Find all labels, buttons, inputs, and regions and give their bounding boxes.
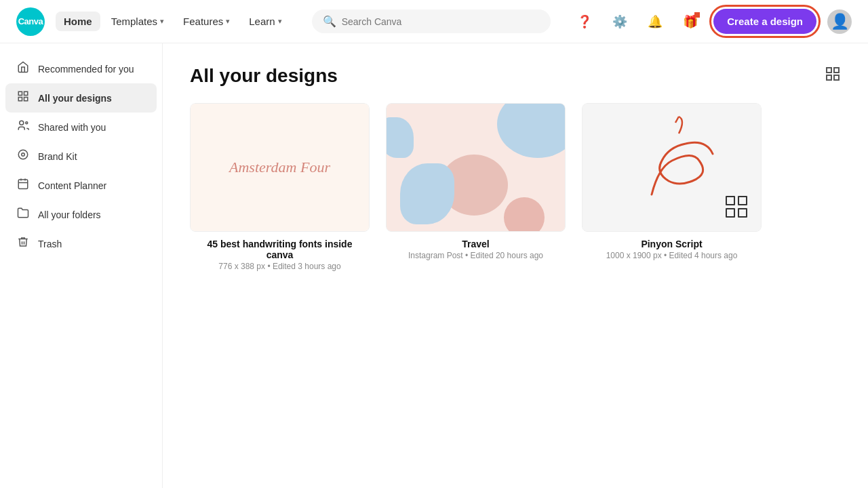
nav-links: Home Templates ▾ Features ▾ Learn ▾ [56,12,290,31]
pinyon-grid-icon [726,196,747,218]
templates-chevron-icon: ▾ [160,17,164,26]
svg-point-7 [18,150,28,159]
blob3 [504,197,545,231]
card-meta-pinyon: 1000 x 1900 px • Edited 4 hours ago [585,251,759,260]
create-design-button[interactable]: Create a design [713,9,816,34]
card-title-pinyon: Pinyon Script [585,239,759,249]
nav-templates[interactable]: Templates ▾ [103,12,172,31]
card-info-pinyon: Pinyon Script 1000 x 1900 px • Edited 4 … [582,232,762,263]
svg-rect-12 [827,68,831,73]
canva-logo[interactable]: Canva [16,7,45,36]
blob1 [497,104,565,158]
home-icon [16,61,30,77]
card-title-amsterdam: 45 best handwriting fonts inside canva [193,239,367,260]
sidebar-item-recommended[interactable]: Recommended for you [5,54,157,83]
navbar: Canva Home Templates ▾ Features ▾ Learn … [0,0,868,43]
svg-rect-13 [834,68,839,73]
bell-icon: 🔔 [648,14,663,29]
blob4 [387,117,414,158]
calendar-icon [16,178,30,193]
sidebar-item-content-planner[interactable]: Content Planner [5,171,157,200]
nav-actions: ❓ ⚙️ 🔔 🎁 Create a design 👤 [572,9,852,34]
svg-point-5 [26,122,28,124]
nav-features[interactable]: Features ▾ [175,12,238,31]
create-button-wrapper: Create a design [713,9,816,34]
sidebar-label-brand: Brand Kit [38,151,77,162]
sidebar: Recommended for you All your designs Sha… [0,43,163,488]
svg-point-6 [22,153,25,157]
svg-rect-8 [18,180,28,189]
search-bar: 🔍 [312,9,551,33]
nav-learn[interactable]: Learn ▾ [241,12,290,31]
blob2 [400,163,454,224]
search-icon: 🔍 [323,15,336,28]
sidebar-label-recommended: Recommended for you [38,64,134,75]
sidebar-item-trash[interactable]: Trash [5,229,157,258]
design-card-travel[interactable]: Travel Instagram Post • Edited 20 hours … [386,103,566,274]
pinyon-decoration [611,113,733,222]
grid-icon [16,90,30,106]
sidebar-item-shared[interactable]: Shared with you [5,113,157,142]
avatar-image: 👤 [831,13,849,30]
design-card-amsterdam[interactable]: Amsterdam Four 45 best handwriting fonts… [190,103,370,274]
grid-view-icon [825,66,841,82]
sidebar-label-shared: Shared with you [38,122,106,133]
card-thumbnail-pinyon [582,103,762,232]
gift-badge [694,12,700,18]
gift-button[interactable]: 🎁 [678,9,703,34]
sidebar-item-all-designs[interactable]: All your designs [5,83,157,113]
designs-grid: Amsterdam Four 45 best handwriting fonts… [190,103,841,274]
trash-icon [16,236,30,251]
page-title: All your designs [190,65,338,87]
folder-icon [16,207,30,222]
search-input[interactable] [342,16,540,27]
card-title-travel: Travel [389,239,563,249]
svg-point-4 [20,121,24,125]
svg-rect-15 [834,75,839,80]
card-thumbnail-amsterdam: Amsterdam Four [190,103,370,232]
design-card-pinyon[interactable]: Pinyon Script 1000 x 1900 px • Edited 4 … [582,103,762,274]
main-layout: Recommended for you All your designs Sha… [0,43,868,488]
settings-icon: ⚙️ [612,14,627,29]
sidebar-label-all-designs: All your designs [38,93,112,104]
notifications-button[interactable]: 🔔 [643,9,667,34]
svg-rect-1 [24,92,28,95]
learn-chevron-icon: ▾ [278,17,282,26]
features-chevron-icon: ▾ [226,17,230,26]
card-info-amsterdam: 45 best handwriting fonts inside canva 7… [190,232,370,274]
content-header: All your designs [190,65,841,87]
settings-button[interactable]: ⚙️ [608,9,632,34]
help-button[interactable]: ❓ [572,9,597,34]
brand-icon [16,148,30,164]
card-meta-travel: Instagram Post • Edited 20 hours ago [389,251,563,260]
svg-rect-2 [18,98,22,101]
shared-icon [16,119,30,135]
card-meta-amsterdam: 776 x 388 px • Edited 3 hours ago [193,262,367,271]
grid-toggle-button[interactable] [825,66,841,86]
help-icon: ❓ [577,14,592,29]
sidebar-label-trash: Trash [38,239,62,249]
svg-rect-3 [24,98,28,101]
sidebar-label-content-planner: Content Planner [38,180,106,191]
svg-rect-0 [18,92,22,95]
sidebar-item-brand[interactable]: Brand Kit [5,142,157,171]
user-avatar[interactable]: 👤 [827,9,852,34]
amsterdam-text: Amsterdam Four [229,159,330,176]
sidebar-label-folders: All your folders [38,209,101,220]
nav-home[interactable]: Home [56,12,100,31]
card-info-travel: Travel Instagram Post • Edited 20 hours … [386,232,566,263]
svg-line-16 [675,117,679,123]
sidebar-item-folders[interactable]: All your folders [5,200,157,229]
main-content: All your designs Amsterdam Four 45 best … [163,43,868,488]
svg-rect-14 [827,75,831,80]
card-thumbnail-travel [386,103,566,232]
